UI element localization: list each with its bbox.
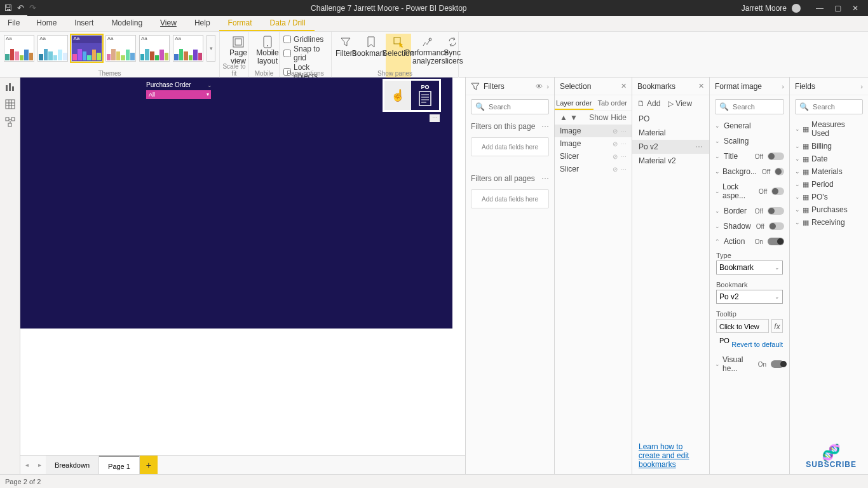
image-visual[interactable]: ☝ PO — [383, 79, 441, 112]
tab-insert[interactable]: Insert — [65, 15, 102, 31]
bookmarks-help-link[interactable]: Learn how to create and edit bookmarks — [639, 442, 689, 469]
fx-button[interactable]: fx — [771, 319, 783, 333]
layer-order-tab[interactable]: Layer order — [555, 95, 593, 110]
save-icon[interactable]: 🖫 — [4, 3, 12, 13]
format-section[interactable]: ⌄Lock aspe...Off — [710, 179, 789, 203]
hidden-icon[interactable]: ⊘ — [613, 166, 618, 173]
eye-icon[interactable]: 👁 — [536, 83, 543, 90]
format-section-action[interactable]: ⌃ActionOn — [710, 234, 789, 249]
report-view-icon[interactable] — [5, 81, 15, 92]
po-slicer[interactable]: All — [146, 90, 211, 99]
type-dropdown[interactable]: Bookmark⌄ — [716, 261, 783, 274]
more-options-icon[interactable]: ⋯ — [430, 114, 440, 122]
chevron-down-icon[interactable]: ⌄ — [207, 82, 212, 88]
theme-option[interactable]: Aa — [71, 35, 102, 62]
search-input[interactable] — [733, 103, 789, 111]
toggle[interactable] — [771, 187, 784, 195]
filters-search[interactable]: 🔍 — [471, 99, 549, 114]
tab-home[interactable]: Home — [27, 15, 65, 31]
snap-checkbox[interactable]: Snap to grid — [283, 44, 327, 62]
tab-data-drill[interactable]: Data / Drill — [261, 15, 315, 31]
gridlines-checkbox[interactable]: Gridlines — [283, 35, 327, 44]
nav-prev[interactable]: ▸ — [33, 461, 46, 468]
field-table[interactable]: ⌄▦PO's — [790, 191, 868, 203]
selection-item[interactable]: Slicer⊘⋯ — [555, 163, 632, 175]
more-icon[interactable]: ⋯ — [620, 166, 627, 173]
page-tab[interactable]: Page 1 — [99, 456, 140, 475]
report-canvas[interactable]: Purchase Order ⌄ All ☝ PO ⋯ — [20, 78, 452, 329]
toggle[interactable] — [771, 360, 784, 368]
field-table[interactable]: ⌄▦Date — [790, 152, 868, 165]
selection-item[interactable]: Image⊘⋯ — [555, 125, 632, 137]
tooltip-input[interactable]: Click to View PO — [716, 319, 769, 333]
bookmark-item[interactable]: Material — [632, 126, 709, 140]
format-search[interactable]: 🔍 — [715, 99, 784, 114]
search-input[interactable] — [813, 103, 868, 111]
format-section[interactable]: ⌄TitleOff — [710, 149, 789, 164]
fields-search[interactable]: 🔍 — [795, 99, 863, 114]
theme-dropdown[interactable]: ▾ — [207, 35, 215, 62]
revert-link[interactable]: Revert to default — [710, 337, 789, 352]
add-page-button[interactable]: + — [140, 456, 158, 475]
move-up-icon[interactable]: ▲ — [560, 113, 567, 122]
maximize-button[interactable]: ▢ — [829, 4, 846, 13]
add-bookmark-button[interactable]: 🗋Add — [637, 99, 660, 108]
file-menu[interactable]: File — [0, 15, 27, 31]
format-section[interactable]: ⌄Scaling — [710, 133, 789, 149]
user-name[interactable]: Jarrett Moore — [742, 4, 787, 13]
view-bookmark-button[interactable]: ▷View — [668, 99, 692, 108]
theme-option[interactable]: Aa — [173, 35, 203, 62]
expand-icon[interactable]: › — [546, 83, 549, 90]
selection-item[interactable]: Slicer⊘⋯ — [555, 150, 632, 163]
toggle[interactable] — [768, 238, 784, 245]
user-avatar-icon[interactable] — [792, 4, 801, 13]
model-view-icon[interactable] — [5, 117, 15, 127]
format-section[interactable]: ⌄ShadowOff — [710, 219, 789, 234]
tab-modeling[interactable]: Modeling — [102, 15, 151, 31]
page-tab[interactable]: Breakdown — [46, 456, 99, 475]
field-table[interactable]: ⌄▦Materials — [790, 165, 868, 178]
tab-order-tab[interactable]: Tab order — [593, 95, 632, 110]
toggle[interactable] — [768, 152, 784, 160]
more-icon[interactable]: ⋯ — [620, 128, 627, 135]
canvas-area[interactable]: Purchase Order ⌄ All ☝ PO ⋯ ◂ ▸ Breakdow… — [20, 78, 465, 474]
field-table[interactable]: ⌄▦Billing — [790, 140, 868, 152]
format-section[interactable]: ⌄General — [710, 118, 789, 133]
field-table[interactable]: ⌄▦Receiving — [790, 216, 868, 229]
mobile-layout-button[interactable]: Mobile layout — [253, 34, 282, 65]
theme-option[interactable]: Aa — [37, 35, 68, 62]
field-table[interactable]: ⌄▦Period — [790, 178, 868, 191]
more-icon[interactable]: ⋯ — [541, 122, 549, 131]
hidden-icon[interactable]: ⊘ — [613, 153, 618, 160]
hidden-icon[interactable]: ⊘ — [613, 128, 618, 135]
nav-first[interactable]: ◂ — [20, 461, 33, 468]
theme-option[interactable]: Aa — [139, 35, 170, 62]
bookmark-item[interactable]: Po v2⋯ — [632, 140, 709, 154]
close-icon[interactable]: ✕ — [698, 82, 704, 90]
more-icon[interactable]: ⋯ — [541, 174, 549, 183]
undo-icon[interactable]: ↶ — [17, 3, 24, 13]
expand-icon[interactable]: › — [782, 83, 784, 90]
filter-drop-zone[interactable]: Add data fields here — [471, 137, 549, 156]
format-section[interactable]: ⌄Backgro...Off — [710, 164, 789, 179]
hide-label[interactable]: Hide — [611, 113, 627, 122]
bookmark-dropdown[interactable]: Po v2⌄ — [716, 290, 783, 304]
more-icon[interactable]: ⋯ — [695, 142, 703, 151]
toggle[interactable] — [769, 222, 784, 230]
tab-help[interactable]: Help — [186, 15, 219, 31]
format-section[interactable]: ⌄Visual he...On — [710, 352, 789, 376]
hidden-icon[interactable]: ⊘ — [613, 140, 618, 147]
redo-icon[interactable]: ↷ — [29, 3, 36, 13]
toggle[interactable] — [768, 207, 784, 215]
tab-format[interactable]: Format — [219, 15, 261, 31]
field-table[interactable]: ⌄▦Purchases — [790, 203, 868, 216]
show-label[interactable]: Show — [589, 113, 608, 122]
data-view-icon[interactable] — [5, 99, 15, 109]
close-button[interactable]: ✕ — [846, 4, 864, 13]
bookmark-item[interactable]: PO — [632, 112, 709, 126]
filter-drop-zone[interactable]: Add data fields here — [471, 189, 549, 208]
move-down-icon[interactable]: ▼ — [570, 113, 578, 122]
theme-option[interactable]: Aa — [4, 35, 34, 62]
close-icon[interactable]: ✕ — [621, 82, 627, 90]
toggle[interactable] — [775, 168, 784, 175]
